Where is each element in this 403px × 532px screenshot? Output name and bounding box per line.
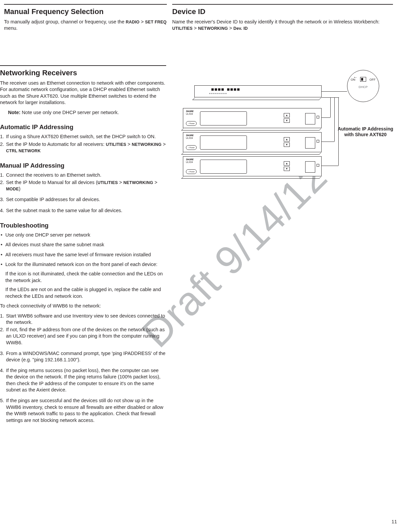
list-item: Look for the illuminated network icon on… xyxy=(0,261,166,299)
list-item: Set the IP Mode to Manual for all device… xyxy=(0,179,166,192)
list-item: All receivers must have the same level o… xyxy=(0,252,166,258)
body-text: The receiver uses an Ethernet connection… xyxy=(0,80,166,106)
dhcp-switch-callout: ← ON OFF DHCP xyxy=(347,70,379,102)
body-text: If the icon is not illuminated, check th… xyxy=(5,271,166,284)
section-heading: Networking Receivers xyxy=(0,65,166,78)
list-item: From a WINDOWS/MAC command prompt, type … xyxy=(0,350,166,363)
list-item: Start WWB6 software and use Inventory vi… xyxy=(0,313,166,326)
manual-frequency-section: Manual Frequency Selection To manually a… xyxy=(4,4,167,35)
list-item: If not, find the IP address from one of … xyxy=(0,327,166,346)
page-number: 11 xyxy=(392,519,397,525)
diagram-caption: Automatic IP Addressing with Shure AXT62… xyxy=(337,126,394,138)
body-text: To manually adjust group, channel or fre… xyxy=(4,19,167,32)
networking-receivers-section: Networking Receivers The receiver uses a… xyxy=(0,65,166,428)
list-item: Use only one DHCP server per network xyxy=(0,232,166,239)
receiver-unit-icon: SHUREULXD4 ○ Power ▲▼ xyxy=(183,108,322,128)
receiver-unit-icon: SHUREULXD4 ○ Power ▲▼ xyxy=(183,132,322,152)
list-item: If using a Shure AXT620 Ethernet switch,… xyxy=(0,134,166,140)
ordered-list: Start WWB6 software and use Inventory vi… xyxy=(0,313,166,424)
ordered-list: If using a Shure AXT620 Ethernet switch,… xyxy=(0,134,166,154)
body-text: Name the receiver's Device ID to easily … xyxy=(172,19,393,32)
list-item: Connect the receivers to an Ethernet swi… xyxy=(0,172,166,179)
bullet-list: Use only one DHCP server per network All… xyxy=(0,232,166,300)
label-on: ON xyxy=(351,78,355,82)
ethernet-switch-icon xyxy=(194,85,322,97)
subsection-heading: Manual IP Addressing xyxy=(0,162,166,170)
section-heading: Manual Frequency Selection xyxy=(4,4,167,17)
device-id-section: Device ID Name the receiver's Device ID … xyxy=(167,4,393,35)
receiver-unit-icon: SHUREULXD4 ○ Power ▲▼ xyxy=(183,156,322,176)
switch-icon xyxy=(360,77,366,82)
ordered-list: Connect the receivers to an Ethernet swi… xyxy=(0,172,166,214)
subsection-heading: Automatic IP Addressing xyxy=(0,123,166,131)
body-text: If the LEDs are not on and the cable is … xyxy=(5,286,166,299)
label-dhcp: DHCP xyxy=(347,85,379,89)
list-item: Set the IP Mode to Automatic for all rec… xyxy=(0,141,166,154)
list-item: Set compatible IP addresses for all devi… xyxy=(0,196,166,203)
list-item: If the pings are successful and the devi… xyxy=(0,397,166,424)
section-heading: Device ID xyxy=(172,4,393,17)
subsection-heading: Troubleshooting xyxy=(0,221,166,230)
label-off: OFF xyxy=(370,78,376,82)
note-text: Note: Note use only one DHCP server per … xyxy=(8,109,166,116)
list-item: All devices must share the same subnet m… xyxy=(0,242,166,248)
list-item: If the ping returns success (no packet l… xyxy=(0,367,166,393)
list-item: Set the subnet mask to the same value fo… xyxy=(0,207,166,214)
body-text: To check connectivity of WWB6 to the net… xyxy=(0,303,166,309)
